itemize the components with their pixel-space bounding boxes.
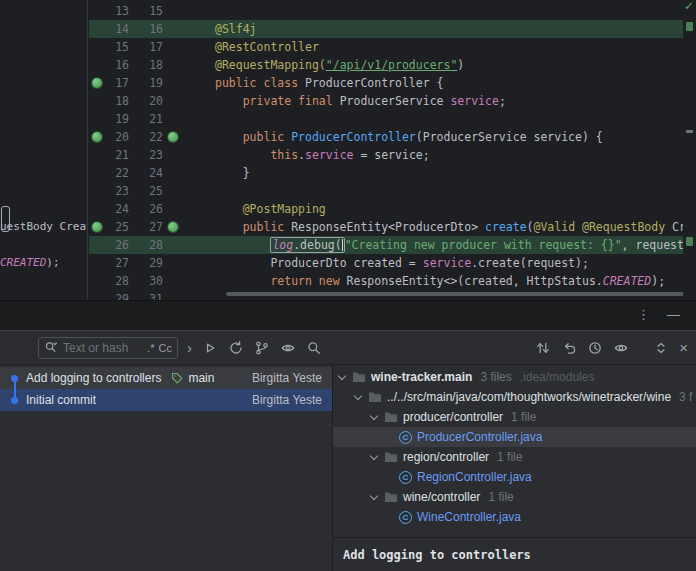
old-line-number: 14: [103, 20, 129, 38]
code-token: .create(request);: [471, 256, 589, 270]
spring-bean-icon[interactable]: [92, 222, 102, 232]
code-token: ProducerService: [340, 94, 451, 108]
chevron-down-icon[interactable]: [354, 391, 362, 399]
close-icon[interactable]: ×: [679, 340, 688, 356]
spring-bean-icon[interactable]: [92, 78, 102, 88]
code-line[interactable]: 1719public class ProducerController {: [89, 74, 683, 92]
clock-icon[interactable]: [587, 340, 603, 356]
horizontal-scrollbar[interactable]: [226, 292, 683, 296]
new-line-number: 15: [137, 2, 163, 20]
tree-file-row[interactable]: CRegionController.java: [333, 467, 696, 487]
code-token: @RequestBody: [582, 220, 665, 234]
regex-toggle[interactable]: .*: [147, 342, 154, 354]
spring-bean-icon[interactable]: [168, 132, 178, 142]
code-line[interactable]: 2224}: [89, 164, 683, 182]
code-line[interactable]: 2123this.service = service;: [89, 146, 683, 164]
branch-label[interactable]: main: [171, 371, 214, 385]
code-line[interactable]: 2426@PostMapping: [89, 200, 683, 218]
tree-label: ProducerController.java: [417, 430, 542, 444]
commit-author: Birgitta Yeste: [252, 371, 332, 385]
tree-file-row[interactable]: CProducerController.java: [333, 427, 696, 447]
code-line[interactable]: 1315: [89, 2, 683, 20]
tree-dir-row[interactable]: wine/controller1 file: [333, 487, 696, 507]
commit-row[interactable]: Add logging to controllersmainBirgitta Y…: [0, 367, 332, 389]
code-token: (ProducerService service) {: [416, 130, 603, 144]
tree-meta: 3 files: [480, 370, 511, 384]
code-text: log.debug("Creating new producer with re…: [215, 236, 683, 254]
code-token: [575, 220, 582, 234]
diff-left-pane[interactable]: uestBody CreatCREATED);: [0, 0, 88, 300]
code-token: ): [457, 58, 464, 72]
chevron-down-icon[interactable]: [338, 371, 346, 379]
search-icon: [44, 340, 59, 355]
code-line[interactable]: 2527public ResponseEntity<ProducerDto> c…: [89, 218, 683, 236]
code-text: @PostMapping: [215, 200, 326, 218]
code-line[interactable]: 1820private final ProducerService servic…: [89, 92, 683, 110]
code-line[interactable]: 2830return new ResponseEntity<>(created,…: [89, 272, 683, 290]
diff-editor-lines: 13151416@Slf4j1517@RestController1618@Re…: [89, 0, 683, 300]
chevron-right-icon[interactable]: ›: [187, 340, 192, 356]
added-change-marker[interactable]: [686, 237, 693, 246]
eye-icon[interactable]: [280, 340, 296, 356]
commit-row[interactable]: Initial commitBirgitta Yeste: [0, 389, 332, 411]
code-text: }: [215, 164, 250, 182]
tree-dir-row[interactable]: ../../src/main/java/com/thoughtworks/win…: [333, 387, 696, 407]
chevron-down-icon[interactable]: [370, 451, 378, 459]
code-line[interactable]: 1921: [89, 110, 683, 128]
left-editor-scrollbar-thumb[interactable]: [1, 206, 10, 232]
diff-editor: uestBody CreatCREATED); 13151416@Slf4j15…: [0, 0, 696, 300]
tree-dir-row[interactable]: region/controller1 file: [333, 447, 696, 467]
new-line-number: 25: [137, 182, 163, 200]
code-line[interactable]: 2628log.debug("Creating new producer wit…: [89, 236, 683, 254]
new-line-number: 26: [137, 200, 163, 218]
folder-icon: [384, 451, 398, 463]
code-token: CREATED: [0, 256, 46, 269]
added-change-marker[interactable]: [686, 22, 693, 31]
branch-icon[interactable]: [254, 340, 270, 356]
commit-message-panel[interactable]: Add logging to controllers: [333, 537, 696, 571]
old-line-number: 22: [103, 164, 129, 182]
panel-splitter[interactable]: ⋮ —: [0, 300, 696, 330]
refresh-icon[interactable]: [228, 340, 244, 356]
code-token: ResponseEntity<>(created, HttpStatus.: [347, 274, 603, 288]
code-token: this: [270, 148, 298, 162]
collapse-branches-icon[interactable]: [561, 340, 577, 356]
spring-bean-icon[interactable]: [168, 222, 178, 232]
hide-panel-icon[interactable]: —: [667, 307, 680, 323]
code-line[interactable]: 1416@Slf4j: [89, 20, 683, 38]
find-icon[interactable]: [306, 340, 322, 356]
new-line-number: 16: [137, 20, 163, 38]
code-token: @RequestMapping(: [215, 58, 326, 72]
diff-right-pane[interactable]: 13151416@Slf4j1517@RestController1618@Re…: [89, 0, 683, 300]
chevron-down-icon[interactable]: [370, 411, 378, 419]
branch-name: main: [188, 371, 214, 385]
chevron-down-icon[interactable]: [370, 491, 378, 499]
match-case-toggle[interactable]: Cc: [159, 342, 172, 354]
tree-meta: 1 file: [488, 490, 513, 504]
log-search-field[interactable]: Text or hash .* Cc: [38, 337, 178, 359]
code-line[interactable]: 2022public ProducerController(ProducerSe…: [89, 128, 683, 146]
ide-window: uestBody CreatCREATED); 13151416@Slf4j15…: [0, 0, 696, 571]
code-line[interactable]: 2325: [89, 182, 683, 200]
code-line[interactable]: 2729ProducerDto created = service.create…: [89, 254, 683, 272]
commit-graph-dot: [11, 375, 18, 382]
code-token: "/api/v1/producers": [326, 58, 458, 72]
editor-scrollbar[interactable]: ✓: [683, 0, 696, 300]
sort-icon[interactable]: [535, 340, 551, 356]
code-line[interactable]: 1618@RequestMapping("/api/v1/producers"): [89, 56, 683, 74]
tree-dir-row[interactable]: wine-tracker.main3 files.idea/modules: [333, 367, 696, 387]
more-options-icon[interactable]: ⋮: [637, 307, 650, 323]
code-line[interactable]: 1517@RestController: [89, 38, 683, 56]
spring-bean-icon[interactable]: [92, 132, 102, 142]
folder-icon: [384, 411, 398, 423]
inspections-ok-icon[interactable]: ✓: [684, 0, 694, 13]
tree-file-row[interactable]: CWineController.java: [333, 507, 696, 527]
new-line-number: 20: [137, 92, 163, 110]
old-line-number: 23: [103, 182, 129, 200]
view-options-icon[interactable]: [613, 340, 629, 356]
unfold-icon[interactable]: [653, 340, 669, 356]
code-token: CREATED: [603, 274, 651, 288]
tree-dir-row[interactable]: producer/controller1 file: [333, 407, 696, 427]
play-icon[interactable]: [202, 340, 218, 356]
code-token: .: [298, 148, 305, 162]
